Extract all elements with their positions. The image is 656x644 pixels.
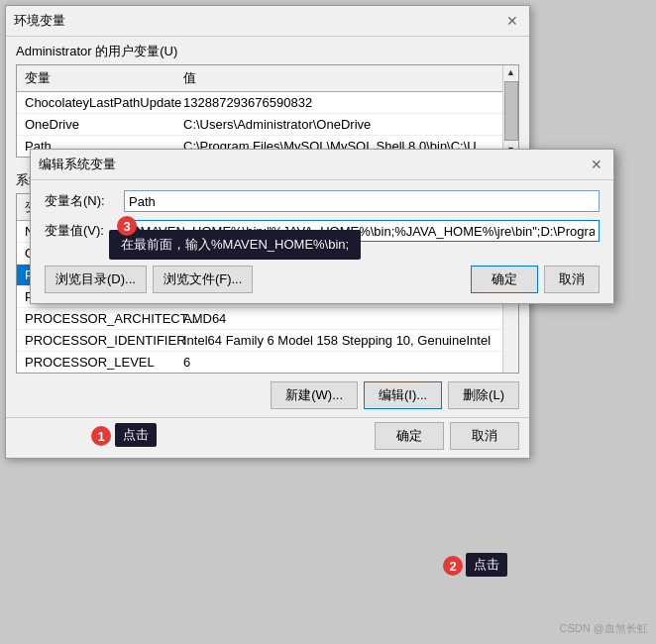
tooltip-text: 在最前面，输入%MAVEN_HOME%\bin; — [121, 237, 349, 252]
sys-row-5[interactable]: PROCESSOR_IDENTIFIER Intel64 Family 6 Mo… — [17, 330, 502, 352]
main-dialog-titlebar: 环境变量 ✕ — [6, 6, 529, 37]
click-label-2: 点击 — [466, 553, 507, 577]
sys-row-5-var: PROCESSOR_IDENTIFIER — [21, 331, 179, 350]
sys-row-4[interactable]: PROCESSOR_ARCHITECT... AMD64 — [17, 308, 502, 330]
edit-ok-cancel: 确定 取消 — [259, 266, 600, 293]
delete-sys-button[interactable]: 删除(L) — [448, 381, 519, 409]
var-name-label: 变量名(N): — [45, 192, 124, 210]
edit-browse-row: 浏览目录(D)... 浏览文件(F)... 确定 取消 — [31, 260, 613, 303]
user-col-val-header: 值 — [179, 67, 498, 89]
user-section-label: Administrator 的用户变量(U) — [6, 37, 529, 64]
var-name-row: 变量名(N): — [45, 190, 600, 212]
edit-cancel-button[interactable]: 取消 — [544, 266, 600, 293]
user-row-0-val: 132887293676590832 — [179, 93, 498, 112]
watermark: CSDN @血煞长虹 — [560, 621, 648, 636]
scroll-up-icon[interactable]: ▲ — [504, 65, 518, 79]
sys-row-6-val: 6 — [179, 353, 498, 372]
var-name-input[interactable] — [124, 190, 600, 212]
browse-file-button[interactable]: 浏览文件(F)... — [153, 266, 253, 293]
main-cancel-button[interactable]: 取消 — [450, 422, 519, 450]
edit-dialog-titlebar: 编辑系统变量 ✕ — [31, 150, 613, 180]
user-table-header: 变量 值 — [17, 65, 502, 92]
user-vars-inner: 变量 值 ChocolateyLastPathUpdate 1328872936… — [17, 65, 502, 157]
sys-row-6-var: PROCESSOR_LEVEL — [21, 353, 179, 372]
badge-step-3: 3 — [117, 216, 137, 236]
badge-step-2: 2 — [443, 556, 463, 576]
sys-row-4-val: AMD64 — [179, 309, 498, 328]
badge-step-1: 1 — [91, 426, 111, 446]
sys-bottom-buttons: 新建(W)... 编辑(I)... 删除(L) — [6, 374, 529, 417]
user-row-0[interactable]: ChocolateyLastPathUpdate 132887293676590… — [17, 92, 502, 114]
sys-row-5-val: Intel64 Family 6 Model 158 Stepping 10, … — [179, 331, 498, 350]
user-row-0-var: ChocolateyLastPathUpdate — [21, 93, 179, 112]
sys-row-6[interactable]: PROCESSOR_LEVEL 6 — [17, 352, 502, 373]
scroll-thumb[interactable] — [504, 81, 518, 141]
tooltip-bubble: 在最前面，输入%MAVEN_HOME%\bin; — [109, 230, 361, 260]
user-scrollbar[interactable]: ▲ ▼ — [502, 65, 518, 157]
user-row-1[interactable]: OneDrive C:\Users\Administrator\OneDrive — [17, 114, 502, 136]
main-ok-button[interactable]: 确定 — [375, 422, 444, 450]
main-confirm-row: 确定 取消 — [6, 417, 529, 458]
new-sys-button[interactable]: 新建(W)... — [271, 381, 358, 409]
edit-close-button[interactable]: ✕ — [588, 156, 605, 173]
user-row-1-var: OneDrive — [21, 115, 179, 134]
edit-dialog-title: 编辑系统变量 — [39, 156, 116, 173]
user-col-var-header: 变量 — [21, 67, 179, 89]
main-dialog-title: 环境变量 — [14, 12, 65, 30]
click-label-1: 点击 — [115, 423, 157, 447]
edit-ok-button[interactable]: 确定 — [471, 266, 538, 293]
main-close-button[interactable]: ✕ — [503, 12, 521, 30]
user-vars-table: 变量 值 ChocolateyLastPathUpdate 1328872936… — [16, 64, 519, 158]
sys-row-4-var: PROCESSOR_ARCHITECT... — [21, 309, 179, 328]
user-row-1-val: C:\Users\Administrator\OneDrive — [179, 115, 498, 134]
browse-dir-button[interactable]: 浏览目录(D)... — [45, 266, 147, 293]
edit-sys-button[interactable]: 编辑(I)... — [364, 381, 442, 409]
